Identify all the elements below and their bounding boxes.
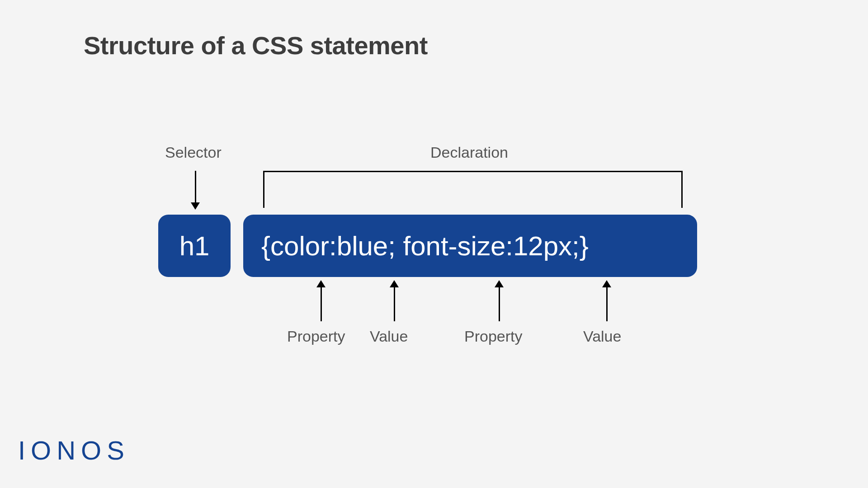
- bracket-declaration: [263, 171, 683, 208]
- arrow-value2: [602, 280, 611, 321]
- arrow-value1: [390, 280, 399, 321]
- brand-logo: IONOS: [18, 435, 130, 465]
- arrow-property1: [316, 280, 326, 321]
- label-value1: Value: [370, 328, 408, 345]
- arrow-selector: [191, 171, 200, 210]
- diagram-title: Structure of a CSS statement: [84, 31, 428, 60]
- box-declaration: {color:blue; font-size:12px;}: [243, 215, 697, 277]
- label-selector: Selector: [165, 144, 222, 161]
- box-selector: h1: [158, 215, 231, 277]
- label-property2: Property: [464, 328, 523, 345]
- label-property1: Property: [287, 328, 345, 345]
- label-declaration: Declaration: [430, 144, 508, 161]
- label-value2: Value: [583, 328, 621, 345]
- arrow-property2: [495, 280, 504, 321]
